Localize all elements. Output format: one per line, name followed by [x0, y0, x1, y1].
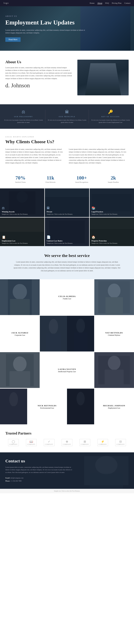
- svg-rect-32: [10, 371, 30, 388]
- team-member-nick: NICK REYNOLDS Environmental Law: [27, 388, 67, 425]
- team-row-1: CELIA ALMEDA Family Law: [0, 279, 134, 316]
- team-name-nick: NICK REYNOLDS: [38, 404, 57, 407]
- stat-number-4: 2k: [108, 175, 119, 181]
- stat-number-1: 70%: [15, 175, 26, 181]
- hero-label: ABOUT US: [5, 15, 86, 17]
- service-title: We serve the best service: [5, 253, 129, 258]
- philosophy-text-2: At vero eos et accusam et justo duo dolo…: [47, 119, 87, 124]
- svg-rect-20: [106, 297, 123, 315]
- contact-email-row: Email: info@company.com: [5, 476, 73, 480]
- hero-content: ABOUT US Employment Law Updates Lorem ip…: [5, 15, 86, 42]
- stat-2: 11k Client Referrals: [46, 175, 56, 183]
- philosophy-section: ⚖ OUR PHILOSOPHY At vero eos et accusam …: [0, 104, 134, 129]
- partner-logo-5: ⊞ COMPANY: [80, 439, 90, 446]
- practice-icon-4: 📋: [2, 235, 42, 239]
- team-photo-left-3: [0, 352, 40, 388]
- stat-label-1: Satisfied Clients: [15, 181, 26, 183]
- svg-rect-48: [90, 474, 123, 489]
- about-text-block: About Us Lorem ipsum dolor sit amet, con…: [5, 60, 72, 89]
- philosophy-text-3: At vero eos et accusam et justo duo dolo…: [90, 119, 130, 124]
- practice-card-3[interactable]: 📚 Legal Practices Sample text. Click to …: [90, 188, 134, 217]
- team-photo-jack: [40, 316, 67, 352]
- team-member-michael: MICHAEL JOHNSON Employment Law: [94, 388, 134, 425]
- footer-note: Sample text. Click to select the Text El…: [0, 489, 134, 493]
- partner-icon-5: ⊞: [84, 440, 86, 443]
- why-columns: Lorem ipsum dolor sit amet, consectetur …: [5, 148, 129, 164]
- practice-card-2[interactable]: 🏛 Private Sample text. Click to select t…: [45, 188, 89, 217]
- why-section: LEGAL RIGHTS EXPLAINED Why Clients Choos…: [0, 129, 134, 172]
- philosophy-icon-2: 🏛: [47, 110, 87, 114]
- about-person-silhouette: [85, 63, 121, 95]
- team-role-nick: Environmental Law: [40, 407, 54, 409]
- nav-pricing[interactable]: Pricing Plan: [112, 2, 122, 4]
- team-name-jack: JACK ALVAREZ: [12, 332, 28, 334]
- nav-contact[interactable]: Contact: [124, 2, 130, 4]
- contact-email-label: Email:: [5, 477, 10, 479]
- nav-faq[interactable]: FAQ: [105, 2, 109, 4]
- about-title: About Us: [5, 60, 72, 64]
- team-section: CELIA ALMEDA Family Law JACK ALVAREZ Cor…: [0, 279, 134, 425]
- practice-text-1: Sample text. Click to select the Text El…: [2, 213, 42, 215]
- team-row-2: JACK ALVAREZ Corporate Law NAT REYNOLDS …: [0, 316, 134, 352]
- service-section: We serve the best service Lorem ipsum do…: [0, 246, 134, 279]
- team-role-jack: Corporate Law: [15, 334, 25, 336]
- svg-rect-40: [0, 388, 27, 424]
- partner-name-6: COMPANY: [98, 444, 107, 445]
- contact-phone-row: Phone: +1 234 456 7890: [5, 480, 73, 482]
- hero-image: [80, 6, 130, 51]
- nav-about[interactable]: About: [97, 2, 102, 4]
- svg-rect-44: [67, 388, 94, 424]
- team-row-3: LAURA NGUYEN Intellectual Property Law: [0, 352, 134, 388]
- partner-logo-6: ⚡ COMPANY: [97, 439, 108, 446]
- why-col-1: Lorem ipsum dolor sit amet, consectetur …: [5, 148, 65, 164]
- partner-name-4: COMPANY: [63, 444, 71, 445]
- practice-title-4: Employment Law: [2, 240, 42, 242]
- team-photo-left-1: [0, 279, 40, 316]
- svg-point-15: [13, 284, 27, 300]
- why-label: LEGAL RIGHTS EXPLAINED: [5, 136, 129, 138]
- why-col-2: Lorem ipsum dolor sit amet, consectetur …: [69, 148, 129, 164]
- practice-card-4[interactable]: 📋 Employment Law Sample text. Click to s…: [0, 218, 44, 246]
- contact-phone-label: Phone:: [5, 480, 10, 482]
- practice-card-content-3: 📚 Legal Practices Sample text. Click to …: [90, 204, 134, 217]
- hero-read-more-button[interactable]: Read More: [5, 37, 20, 42]
- svg-point-19: [108, 284, 120, 298]
- philosophy-item-3: 🔑 KEY OF SUCCESS At vero eos et accusam …: [90, 110, 130, 124]
- philosophy-title-2: OUR PRINCIPLE: [47, 116, 87, 118]
- practice-title-6: Property Protection: [92, 240, 132, 242]
- practice-icon-3: 📚: [92, 206, 132, 210]
- team-name-michael: MICHAEL JOHNSON: [103, 404, 125, 407]
- practice-text-2: Sample text. Click to select the Text El…: [47, 213, 87, 215]
- stats-section: 70% Satisfied Clients 11k Client Referra…: [0, 172, 134, 188]
- philosophy-icon-1: ⚖: [4, 110, 44, 114]
- nav-home[interactable]: Home: [90, 2, 94, 4]
- practice-text-3: Sample text. Click to select the Text El…: [92, 213, 132, 215]
- svg-rect-24: [40, 316, 67, 352]
- svg-point-35: [108, 356, 120, 370]
- partner-logo-4: ⊕ COMPANY: [62, 439, 72, 446]
- team-member-jack: JACK ALVAREZ Corporate Law: [0, 316, 40, 352]
- practice-card-5[interactable]: 📄 Contract Law Basics Sample text. Click…: [45, 218, 89, 246]
- partners-logos: ◯ COMPANY 📖 COMPANY ✓ COMPANY ⊕ COMPANY …: [5, 439, 129, 446]
- practice-icon-2: 🏛: [47, 206, 87, 210]
- hero-title: Employment Law Updates: [5, 19, 86, 26]
- partners-section: Trusted Partners ◯ COMPANY 📖 COMPANY ✓ C…: [0, 425, 134, 452]
- practice-card-1[interactable]: ⚖ Winning Awards Sample text. Click to s…: [0, 188, 44, 217]
- team-photo-right-3: [94, 352, 134, 388]
- practice-card-content-4: 📋 Employment Law Sample text. Click to s…: [0, 234, 44, 246]
- partner-icon-7: ⊟: [119, 440, 122, 443]
- practice-card-6[interactable]: 🏠 Property Protection Sample text. Click…: [90, 218, 134, 246]
- partner-name-1: COMPANY: [9, 444, 18, 445]
- philosophy-title-1: OUR PHILOSOPHY: [4, 116, 44, 118]
- divider-2: [88, 110, 89, 124]
- hero-section: ABOUT US Employment Law Updates Lorem ip…: [0, 6, 134, 51]
- svg-point-47: [95, 456, 118, 474]
- stat-label-4: Sample Headline: [108, 181, 119, 183]
- team-photo-right-1: [94, 279, 134, 316]
- stat-number-2: 11k: [46, 175, 56, 181]
- partner-logo-3: ✓ COMPANY: [44, 439, 54, 446]
- svg-rect-16: [10, 299, 30, 315]
- stat-4: 2k Sample Headline: [108, 175, 119, 183]
- contact-details: Email: info@company.com Phone: +1 234 45…: [5, 476, 73, 482]
- team-member-celia: CELIA ALMEDA Family Law: [40, 279, 94, 316]
